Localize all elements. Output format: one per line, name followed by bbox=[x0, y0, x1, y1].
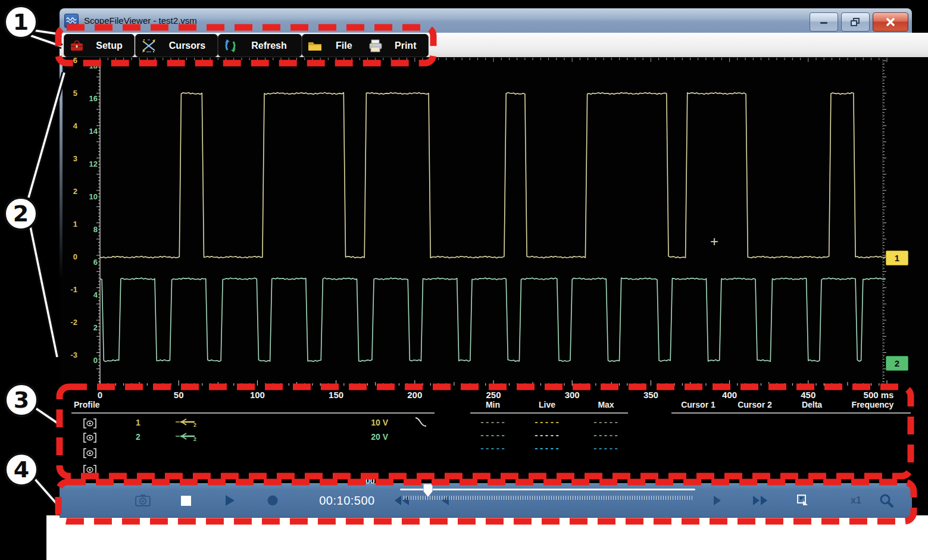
channel1-scale-value: -1 bbox=[57, 285, 77, 294]
playback-bar: 00:10:500 x1 bbox=[60, 483, 912, 518]
channel1-scale-value: 2 bbox=[57, 187, 77, 196]
printer-icon bbox=[368, 39, 383, 52]
restore-icon bbox=[851, 18, 860, 26]
col-cursor1: Cursor 1 bbox=[674, 400, 722, 409]
play-button[interactable] bbox=[220, 484, 239, 517]
time-axis-value: 50 bbox=[158, 390, 199, 400]
channel2-scale-value: 2 bbox=[77, 323, 98, 332]
time-axis-value: 500 ms bbox=[858, 390, 899, 400]
toolbox-icon bbox=[69, 40, 85, 52]
channel1-scale-value: 4 bbox=[57, 121, 77, 130]
eye-visibility-toggle[interactable] bbox=[82, 418, 98, 428]
time-axis-value: 400 bbox=[709, 390, 751, 400]
col-min: Min bbox=[476, 400, 510, 409]
measurement-min-value: ----- bbox=[477, 431, 508, 440]
channel2-scale-value: 8 bbox=[77, 225, 98, 234]
minimize-button[interactable] bbox=[810, 12, 838, 32]
fit-to-screen-button[interactable] bbox=[792, 484, 813, 517]
cursors-button[interactable]: Cursors bbox=[135, 34, 218, 57]
cursor-separator bbox=[671, 412, 911, 414]
scope-plot-area[interactable] bbox=[60, 57, 928, 386]
figure-canvas: ScopeFileViewer - test2.vsm bbox=[0, 0, 928, 560]
app-icon bbox=[64, 14, 79, 28]
window-titlebar[interactable]: ScopeFileViewer - test2.vsm bbox=[60, 8, 912, 33]
profile-scale-value: 20 V bbox=[352, 432, 388, 442]
channel2-scale-value: 6 bbox=[77, 258, 98, 267]
channel1-scale-value: 0 bbox=[57, 252, 77, 261]
time-axis-value: 350 bbox=[630, 390, 671, 400]
time-axis-value: 150 bbox=[315, 390, 357, 400]
refresh-label: Refresh bbox=[237, 40, 301, 51]
measurement-min-value: ----- bbox=[477, 418, 508, 427]
step-forward-button[interactable] bbox=[710, 484, 725, 517]
position-slider-thumb[interactable] bbox=[423, 484, 433, 497]
folder-icon bbox=[307, 40, 323, 52]
measure-separator bbox=[470, 412, 628, 414]
channel2-scale-value: 10 bbox=[77, 192, 98, 201]
profile-separator bbox=[71, 412, 435, 414]
col-frequency: Frequency bbox=[840, 400, 905, 409]
restore-button[interactable] bbox=[841, 12, 870, 32]
time-axis-value: 250 bbox=[473, 390, 514, 400]
print-button[interactable]: Print bbox=[365, 39, 429, 52]
channel2-scale-value: 0 bbox=[77, 356, 98, 365]
channel2-scale-value: 14 bbox=[77, 127, 98, 136]
measurement-live-value: ----- bbox=[532, 418, 563, 427]
file-label: File bbox=[323, 40, 365, 51]
measurement-max-value: ----- bbox=[590, 444, 621, 453]
probe-arrow-icon: 2 bbox=[174, 418, 198, 427]
setup-button[interactable]: Setup bbox=[64, 34, 135, 57]
callout-3: 3 bbox=[4, 383, 39, 417]
zoom-button[interactable] bbox=[875, 484, 898, 517]
profile-channel-number: 2 bbox=[131, 432, 145, 442]
channel2-scale-value: 12 bbox=[77, 159, 98, 168]
time-value: 00:10:500 bbox=[319, 494, 374, 508]
channel1-marker[interactable]: 1 bbox=[886, 251, 908, 265]
channel1-scale-value: -3 bbox=[57, 351, 77, 359]
channel2-marker[interactable]: 2 bbox=[886, 356, 908, 371]
position-slider-track[interactable] bbox=[400, 489, 695, 490]
svg-text:2: 2 bbox=[193, 422, 196, 427]
time-axis-value: 300 bbox=[551, 390, 593, 400]
measurement-min-value: ----- bbox=[477, 444, 508, 453]
file-print-buttons: File Print bbox=[302, 34, 429, 57]
cursors-label: Cursors bbox=[157, 40, 217, 51]
callout-4: 4 bbox=[4, 452, 39, 487]
zoom-factor-label: x1 bbox=[845, 484, 867, 517]
cursors-icon bbox=[140, 39, 157, 53]
svg-text:2: 2 bbox=[193, 436, 196, 442]
measurement-live-value: ----- bbox=[532, 431, 563, 440]
setup-label: Setup bbox=[85, 40, 134, 51]
minimize-icon bbox=[820, 19, 828, 25]
channel1-scale-value: 3 bbox=[57, 154, 77, 163]
channel2-scale-value: 4 bbox=[77, 290, 98, 299]
time-axis-value: 0 bbox=[79, 390, 121, 400]
window-title: ScopeFileViewer - test2.vsm bbox=[84, 15, 197, 26]
channel1-scale-value: 5 bbox=[57, 89, 77, 98]
measurement-max-value: ----- bbox=[590, 418, 621, 427]
crosshair-cursor: + bbox=[707, 234, 721, 249]
position-slider-ticks bbox=[404, 496, 693, 500]
leader-lines bbox=[29, 30, 64, 507]
channel1-scale-value: 6 bbox=[57, 56, 77, 65]
measurement-live-value: ----- bbox=[532, 444, 563, 453]
record-button[interactable] bbox=[263, 484, 282, 517]
file-button[interactable]: File bbox=[302, 40, 365, 52]
time-axis-value: 200 bbox=[394, 390, 436, 400]
fast-forward-button[interactable] bbox=[749, 484, 771, 517]
camera-icon[interactable] bbox=[132, 484, 154, 517]
col-live: Live bbox=[530, 400, 564, 409]
col-delta: Delta bbox=[788, 400, 836, 409]
close-button[interactable] bbox=[873, 12, 908, 32]
channel1-scale-value: -2 bbox=[57, 318, 77, 327]
channel1-scale-value: 1 bbox=[57, 220, 77, 229]
refresh-icon bbox=[224, 39, 237, 53]
trigger-slope-icon bbox=[414, 417, 427, 427]
eye-visibility-toggle[interactable] bbox=[82, 432, 98, 443]
eye-visibility-toggle[interactable] bbox=[82, 448, 98, 458]
eye-icon bbox=[83, 465, 97, 475]
callout-1: 1 bbox=[4, 5, 38, 39]
refresh-button[interactable]: Refresh bbox=[218, 34, 302, 57]
stop-button[interactable] bbox=[176, 484, 195, 517]
eye-visibility-toggle[interactable] bbox=[82, 464, 98, 475]
